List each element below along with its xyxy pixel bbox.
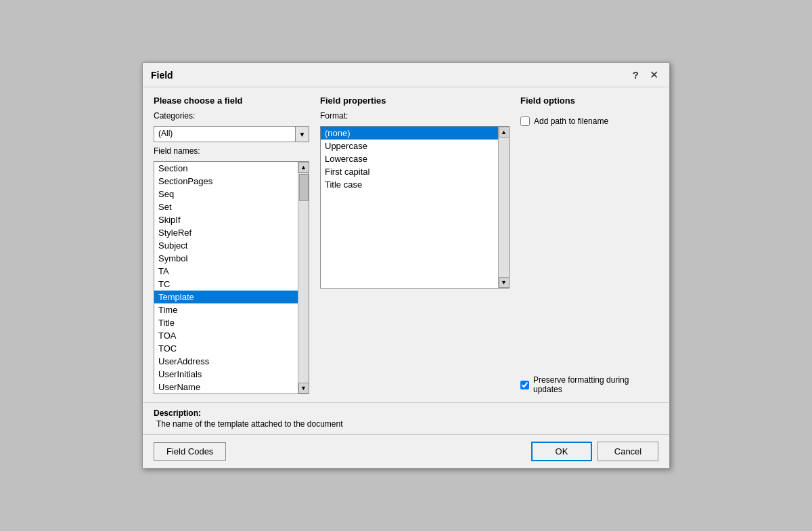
format-list-content: (none)UppercaseLowercaseFirst capitalTit… xyxy=(321,127,498,288)
close-button[interactable]: ✕ xyxy=(647,68,661,81)
middle-panel: Field properties Format: (none)Uppercase… xyxy=(320,95,510,394)
field-name-item[interactable]: UserAddress xyxy=(154,355,298,368)
field-name-item[interactable]: Section xyxy=(154,162,298,175)
dialog-body: Please choose a field Categories: (All) … xyxy=(143,87,669,402)
right-panel: Field options Add path to filename Prese… xyxy=(520,95,658,394)
field-name-item[interactable]: TOA xyxy=(154,329,298,342)
format-scroll-down-btn[interactable]: ▼ xyxy=(499,277,510,288)
field-name-item[interactable]: Subject xyxy=(154,239,298,252)
title-bar: Field ? ✕ xyxy=(143,63,669,87)
preserve-row: Preserve formatting during updates xyxy=(520,375,658,394)
field-dialog: Field ? ✕ Please choose a field Categori… xyxy=(142,62,670,469)
description-label: Description: xyxy=(154,408,658,418)
footer: Field Codes OK Cancel xyxy=(143,434,669,468)
field-name-item[interactable]: TOC xyxy=(154,342,298,355)
field-name-item[interactable]: StyleRef xyxy=(154,226,298,239)
format-item[interactable]: (none) xyxy=(321,127,498,140)
field-properties-title: Field properties xyxy=(320,95,510,106)
categories-select-row: (All) ▼ xyxy=(154,126,309,142)
format-item[interactable]: Lowercase xyxy=(321,152,498,165)
categories-dropdown-btn[interactable]: ▼ xyxy=(296,126,309,142)
categories-select[interactable]: (All) xyxy=(154,126,296,142)
add-path-row: Add path to filename xyxy=(520,116,658,126)
description-panel: Description: The name of the template at… xyxy=(143,402,669,434)
dialog-title: Field xyxy=(151,70,173,81)
field-name-item[interactable]: Seq xyxy=(154,188,298,200)
choose-field-title: Please choose a field xyxy=(154,95,309,106)
title-controls: ? ✕ xyxy=(630,68,661,81)
preserve-checkbox[interactable] xyxy=(520,381,529,389)
description-text: The name of the template attached to the… xyxy=(154,419,658,429)
format-item[interactable]: First capital xyxy=(321,165,498,178)
field-names-list[interactable]: SectionSectionPagesSeqSetSkipIfStyleRefS… xyxy=(154,161,309,394)
format-item[interactable]: Uppercase xyxy=(321,140,498,152)
scroll-thumb[interactable] xyxy=(299,174,309,201)
format-label: Format: xyxy=(320,111,510,121)
field-name-item[interactable]: TC xyxy=(154,278,298,291)
field-name-item[interactable]: Time xyxy=(154,303,298,316)
scroll-down-btn[interactable]: ▼ xyxy=(298,383,309,394)
field-name-item[interactable]: Set xyxy=(154,200,298,213)
left-panel: Please choose a field Categories: (All) … xyxy=(154,95,309,394)
field-names-scrollbar[interactable]: ▲ ▼ xyxy=(298,162,309,394)
format-scrollbar[interactable]: ▲ ▼ xyxy=(498,127,509,288)
field-name-item[interactable]: Template xyxy=(154,291,298,303)
cancel-button[interactable]: Cancel xyxy=(597,442,658,461)
ok-button[interactable]: OK xyxy=(531,442,592,461)
scroll-up-btn[interactable]: ▲ xyxy=(298,162,309,173)
footer-right-buttons: OK Cancel xyxy=(531,442,658,461)
list-with-scroll: SectionSectionPagesSeqSetSkipIfStyleRefS… xyxy=(154,162,309,394)
field-name-item[interactable]: TA xyxy=(154,265,298,278)
field-name-item[interactable]: Symbol xyxy=(154,252,298,265)
field-names-label: Field names: xyxy=(154,146,309,156)
field-options-title: Field options xyxy=(520,95,658,106)
format-item[interactable]: Title case xyxy=(321,178,498,191)
format-scroll-up-btn[interactable]: ▲ xyxy=(499,127,510,137)
categories-label: Categories: xyxy=(154,111,309,121)
preserve-label[interactable]: Preserve formatting during updates xyxy=(533,375,658,394)
field-names-content: SectionSectionPagesSeqSetSkipIfStyleRefS… xyxy=(154,162,298,394)
field-name-item[interactable]: SectionPages xyxy=(154,175,298,188)
add-path-label[interactable]: Add path to filename xyxy=(534,116,608,126)
field-name-item[interactable]: Title xyxy=(154,316,298,329)
help-button[interactable]: ? xyxy=(630,69,641,81)
field-name-item[interactable]: SkipIf xyxy=(154,213,298,226)
dialog-title-area: Field xyxy=(151,70,173,81)
field-name-item[interactable]: UserName xyxy=(154,381,298,394)
add-path-checkbox[interactable] xyxy=(520,116,530,126)
format-list-container: (none)UppercaseLowercaseFirst capitalTit… xyxy=(320,126,510,289)
field-name-item[interactable]: UserInitials xyxy=(154,368,298,381)
field-codes-button[interactable]: Field Codes xyxy=(154,442,226,461)
